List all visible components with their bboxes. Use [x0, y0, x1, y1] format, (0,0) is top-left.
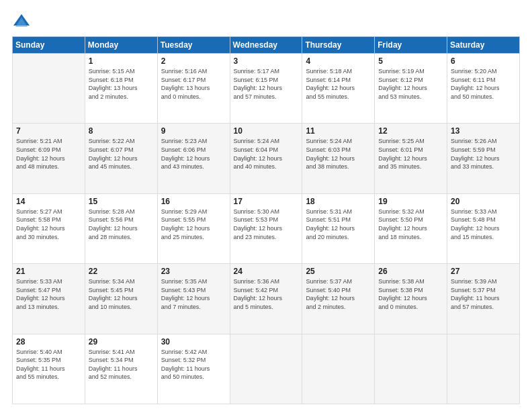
day-number: 20 [451, 197, 516, 206]
day-number: 30 [161, 337, 226, 347]
day-info: Sunrise: 5:38 AM Sunset: 5:38 PM Dayligh… [378, 277, 443, 311]
calendar-cell: 20Sunrise: 5:33 AM Sunset: 5:48 PM Dayli… [447, 193, 520, 263]
weekday-header-tuesday: Tuesday [157, 37, 230, 54]
day-info: Sunrise: 5:19 AM Sunset: 6:12 PM Dayligh… [378, 67, 443, 101]
day-info: Sunrise: 5:22 AM Sunset: 6:07 PM Dayligh… [89, 137, 154, 171]
week-row-2: 14Sunrise: 5:27 AM Sunset: 5:58 PM Dayli… [13, 193, 520, 263]
day-info: Sunrise: 5:34 AM Sunset: 5:45 PM Dayligh… [89, 277, 154, 311]
day-number: 28 [16, 337, 81, 347]
week-row-4: 28Sunrise: 5:40 AM Sunset: 5:35 PM Dayli… [13, 334, 520, 404]
calendar-cell: 6Sunrise: 5:20 AM Sunset: 6:11 PM Daylig… [447, 54, 520, 124]
logo [12, 12, 34, 31]
day-info: Sunrise: 5:15 AM Sunset: 6:18 PM Dayligh… [89, 67, 154, 101]
calendar-cell [447, 334, 520, 404]
day-info: Sunrise: 5:20 AM Sunset: 6:11 PM Dayligh… [451, 67, 516, 101]
day-number: 26 [378, 267, 443, 276]
day-info: Sunrise: 5:26 AM Sunset: 5:59 PM Dayligh… [451, 137, 516, 171]
day-number: 11 [306, 126, 371, 136]
day-info: Sunrise: 5:35 AM Sunset: 5:43 PM Dayligh… [161, 277, 226, 311]
weekday-header-friday: Friday [375, 37, 447, 54]
day-number: 23 [161, 267, 226, 276]
calendar-cell: 29Sunrise: 5:41 AM Sunset: 5:34 PM Dayli… [85, 334, 157, 404]
calendar-cell: 15Sunrise: 5:28 AM Sunset: 5:56 PM Dayli… [85, 193, 157, 263]
day-number: 21 [16, 267, 81, 276]
day-info: Sunrise: 5:33 AM Sunset: 5:47 PM Dayligh… [16, 277, 81, 311]
day-number: 2 [161, 56, 226, 66]
calendar-cell: 25Sunrise: 5:37 AM Sunset: 5:40 PM Dayli… [302, 264, 375, 334]
calendar-cell: 3Sunrise: 5:17 AM Sunset: 6:15 PM Daylig… [230, 54, 302, 124]
calendar-cell: 17Sunrise: 5:30 AM Sunset: 5:53 PM Dayli… [230, 193, 302, 263]
weekday-header-thursday: Thursday [302, 37, 375, 54]
day-number: 3 [234, 56, 299, 66]
calendar-cell: 26Sunrise: 5:38 AM Sunset: 5:38 PM Dayli… [375, 264, 447, 334]
day-info: Sunrise: 5:25 AM Sunset: 6:01 PM Dayligh… [378, 137, 443, 171]
day-number: 6 [451, 56, 516, 66]
day-info: Sunrise: 5:21 AM Sunset: 6:09 PM Dayligh… [16, 137, 81, 171]
weekday-header-saturday: Saturday [447, 37, 520, 54]
day-info: Sunrise: 5:16 AM Sunset: 6:17 PM Dayligh… [161, 67, 226, 101]
calendar-cell: 16Sunrise: 5:29 AM Sunset: 5:55 PM Dayli… [157, 193, 230, 263]
day-number: 25 [306, 267, 371, 276]
calendar-cell: 9Sunrise: 5:23 AM Sunset: 6:06 PM Daylig… [157, 124, 230, 193]
day-info: Sunrise: 5:24 AM Sunset: 6:04 PM Dayligh… [234, 137, 299, 171]
day-info: Sunrise: 5:37 AM Sunset: 5:40 PM Dayligh… [306, 277, 371, 311]
day-number: 9 [161, 126, 226, 136]
day-number: 16 [161, 197, 226, 206]
calendar-cell: 30Sunrise: 5:42 AM Sunset: 5:32 PM Dayli… [157, 334, 230, 404]
day-info: Sunrise: 5:27 AM Sunset: 5:58 PM Dayligh… [16, 208, 81, 241]
day-info: Sunrise: 5:31 AM Sunset: 5:51 PM Dayligh… [306, 208, 371, 241]
day-number: 1 [89, 56, 154, 66]
week-row-0: 1Sunrise: 5:15 AM Sunset: 6:18 PM Daylig… [13, 54, 520, 124]
day-number: 24 [234, 267, 299, 276]
weekday-header-row: SundayMondayTuesdayWednesdayThursdayFrid… [13, 37, 520, 54]
calendar-cell: 14Sunrise: 5:27 AM Sunset: 5:58 PM Dayli… [13, 193, 85, 263]
calendar-cell: 4Sunrise: 5:18 AM Sunset: 6:14 PM Daylig… [302, 54, 375, 124]
day-info: Sunrise: 5:36 AM Sunset: 5:42 PM Dayligh… [234, 277, 299, 311]
day-info: Sunrise: 5:32 AM Sunset: 5:50 PM Dayligh… [378, 208, 443, 241]
day-number: 4 [306, 56, 371, 66]
weekday-header-sunday: Sunday [13, 37, 85, 54]
calendar-cell: 10Sunrise: 5:24 AM Sunset: 6:04 PM Dayli… [230, 124, 302, 193]
calendar-cell: 19Sunrise: 5:32 AM Sunset: 5:50 PM Dayli… [375, 193, 447, 263]
calendar-cell [13, 54, 85, 124]
day-number: 7 [16, 126, 81, 136]
day-number: 22 [89, 267, 154, 276]
day-number: 18 [306, 197, 371, 206]
calendar-cell: 22Sunrise: 5:34 AM Sunset: 5:45 PM Dayli… [85, 264, 157, 334]
logo-icon [12, 12, 31, 31]
weekday-header-wednesday: Wednesday [230, 37, 302, 54]
day-info: Sunrise: 5:41 AM Sunset: 5:34 PM Dayligh… [89, 348, 154, 381]
calendar-cell [375, 334, 447, 404]
calendar-cell: 24Sunrise: 5:36 AM Sunset: 5:42 PM Dayli… [230, 264, 302, 334]
calendar-cell: 23Sunrise: 5:35 AM Sunset: 5:43 PM Dayli… [157, 264, 230, 334]
day-number: 13 [451, 126, 516, 136]
day-number: 27 [451, 267, 516, 276]
calendar-cell: 27Sunrise: 5:39 AM Sunset: 5:37 PM Dayli… [447, 264, 520, 334]
day-info: Sunrise: 5:42 AM Sunset: 5:32 PM Dayligh… [161, 348, 226, 381]
calendar-cell: 7Sunrise: 5:21 AM Sunset: 6:09 PM Daylig… [13, 124, 85, 193]
calendar-cell: 21Sunrise: 5:33 AM Sunset: 5:47 PM Dayli… [13, 264, 85, 334]
page: SundayMondayTuesdayWednesdayThursdayFrid… [0, 0, 532, 411]
calendar-cell: 28Sunrise: 5:40 AM Sunset: 5:35 PM Dayli… [13, 334, 85, 404]
day-number: 10 [234, 126, 299, 136]
header [12, 12, 520, 31]
weekday-header-monday: Monday [85, 37, 157, 54]
week-row-3: 21Sunrise: 5:33 AM Sunset: 5:47 PM Dayli… [13, 264, 520, 334]
day-number: 17 [234, 197, 299, 206]
day-number: 5 [378, 56, 443, 66]
day-info: Sunrise: 5:23 AM Sunset: 6:06 PM Dayligh… [161, 137, 226, 171]
day-number: 29 [89, 337, 154, 347]
calendar-cell: 1Sunrise: 5:15 AM Sunset: 6:18 PM Daylig… [85, 54, 157, 124]
calendar-cell: 5Sunrise: 5:19 AM Sunset: 6:12 PM Daylig… [375, 54, 447, 124]
day-info: Sunrise: 5:29 AM Sunset: 5:55 PM Dayligh… [161, 208, 226, 241]
day-info: Sunrise: 5:28 AM Sunset: 5:56 PM Dayligh… [89, 208, 154, 241]
day-number: 8 [89, 126, 154, 136]
calendar-cell: 11Sunrise: 5:24 AM Sunset: 6:03 PM Dayli… [302, 124, 375, 193]
day-info: Sunrise: 5:18 AM Sunset: 6:14 PM Dayligh… [306, 67, 371, 101]
calendar-cell: 18Sunrise: 5:31 AM Sunset: 5:51 PM Dayli… [302, 193, 375, 263]
calendar-cell: 2Sunrise: 5:16 AM Sunset: 6:17 PM Daylig… [157, 54, 230, 124]
calendar-cell: 13Sunrise: 5:26 AM Sunset: 5:59 PM Dayli… [447, 124, 520, 193]
calendar-cell [302, 334, 375, 404]
day-info: Sunrise: 5:40 AM Sunset: 5:35 PM Dayligh… [16, 348, 81, 381]
day-info: Sunrise: 5:17 AM Sunset: 6:15 PM Dayligh… [234, 67, 299, 101]
